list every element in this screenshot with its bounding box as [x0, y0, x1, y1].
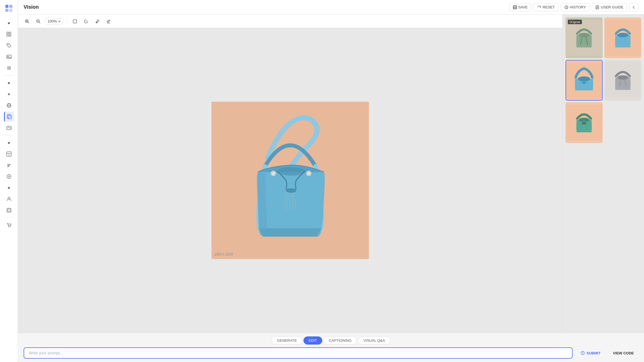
submit-button[interactable]: SUBMIT [576, 348, 605, 358]
sidebar-item-label[interactable] [4, 160, 14, 170]
sidebar-item-dot1[interactable]: ● [4, 18, 14, 28]
svg-rect-6 [7, 35, 8, 36]
history-button[interactable]: HISTORY [561, 3, 589, 11]
image-size-label: 1024 x 1024 [214, 252, 233, 256]
eraser-tool-button[interactable] [104, 17, 113, 26]
svg-rect-14 [7, 114, 10, 118]
svg-point-65 [578, 76, 590, 82]
svg-point-25 [8, 226, 9, 227]
save-button[interactable]: SAVE [509, 3, 532, 11]
svg-rect-2 [5, 9, 8, 12]
sidebar-item-dot2[interactable]: ● [4, 78, 14, 88]
content-area: 100% [18, 15, 644, 333]
collapse-panel-button[interactable] [629, 3, 638, 12]
sidebar-item-dot4[interactable]: ● [4, 183, 14, 193]
thumbnail-item-1[interactable]: Original [566, 17, 603, 58]
svg-line-48 [290, 191, 290, 211]
brush-tool-button[interactable] [93, 17, 102, 26]
main-wrapper: Vision SAVE RESET HISTORY USER GUIDE [18, 0, 644, 362]
reset-button[interactable]: RESET [533, 3, 558, 11]
svg-point-71 [617, 75, 628, 80]
tab-generate[interactable]: GENERATE [272, 336, 302, 345]
svg-line-40 [39, 22, 40, 23]
thumbnail-item-3[interactable] [566, 60, 603, 101]
sidebar-item-person[interactable] [4, 194, 14, 204]
sidebar-item-photo[interactable] [4, 52, 14, 62]
sidebar-item-tag[interactable] [4, 40, 14, 51]
sidebar-item-files[interactable] [4, 112, 14, 122]
tab-captioning[interactable]: CAPTIONING [323, 336, 357, 345]
sidebar-item-table[interactable] [4, 149, 14, 159]
svg-rect-23 [7, 208, 11, 212]
app-logo[interactable] [3, 3, 15, 14]
zoom-out-button[interactable] [34, 17, 43, 26]
svg-point-57 [578, 33, 589, 37]
thumbnail-item-5[interactable] [566, 102, 603, 143]
canvas-container[interactable]: 1024 x 1024 [18, 28, 562, 333]
svg-point-53 [272, 172, 275, 175]
bottom-bar: GENERATE EDIT CAPTIONING VISUAL Q&A SUBM… [18, 333, 644, 362]
user-guide-button[interactable]: USER GUIDE [592, 3, 627, 11]
svg-point-26 [10, 226, 10, 227]
tab-visual-qa[interactable]: VISUAL Q&A [358, 336, 390, 345]
sidebar-divider-1 [5, 75, 13, 76]
svg-point-51 [286, 188, 296, 193]
zoom-selector[interactable]: 100% [45, 18, 63, 24]
svg-rect-4 [7, 32, 8, 34]
svg-rect-42 [73, 20, 76, 23]
sidebar-item-globe[interactable] [4, 100, 14, 110]
view-code-button[interactable]: VIEW CODE [609, 349, 638, 358]
sidebar-item-grid[interactable] [4, 29, 14, 39]
sidebar-item-image[interactable] [4, 123, 14, 133]
sidebar-item-sparkle[interactable]: ✦ [4, 89, 14, 99]
svg-rect-24 [8, 209, 10, 211]
thumbnail-item-4[interactable] [604, 60, 641, 101]
sidebar-divider-2 [5, 135, 13, 135]
toolbar-divider [67, 18, 67, 25]
svg-point-21 [8, 176, 10, 177]
svg-point-20 [7, 175, 11, 178]
header: Vision SAVE RESET HISTORY USER GUIDE [18, 0, 644, 15]
svg-point-75 [578, 118, 589, 122]
thumbnail-item-2[interactable] [604, 17, 641, 58]
svg-point-61 [617, 33, 628, 37]
lasso-tool-button[interactable] [82, 17, 91, 26]
sidebar-divider-3 [5, 218, 13, 218]
svg-point-69 [582, 82, 586, 84]
svg-point-8 [8, 44, 8, 45]
thumbnail-label-1: Original [568, 20, 582, 24]
svg-rect-29 [514, 8, 516, 9]
canvas-toolbar: 100% [18, 15, 562, 28]
svg-rect-3 [9, 9, 12, 12]
sidebar-item-dot3[interactable]: ● [4, 138, 14, 148]
sidebar: ● ● ✦ ● ● [0, 0, 18, 362]
sidebar-item-cart[interactable] [4, 220, 14, 230]
zoom-in-button[interactable] [22, 17, 31, 26]
svg-rect-15 [8, 115, 12, 119]
svg-point-78 [582, 123, 586, 125]
svg-line-36 [28, 22, 29, 23]
svg-rect-0 [5, 5, 8, 8]
prompt-input[interactable] [24, 347, 573, 359]
canvas-area: 100% [18, 15, 562, 333]
sidebar-item-settings[interactable] [4, 171, 14, 182]
select-tool-button[interactable] [70, 17, 79, 26]
canvas-image: 1024 x 1024 [211, 102, 369, 259]
page-title: Vision [24, 4, 39, 10]
sidebar-item-map[interactable] [4, 63, 14, 73]
svg-point-55 [307, 172, 310, 175]
svg-rect-1 [9, 5, 12, 8]
svg-rect-7 [9, 35, 11, 36]
input-row: SUBMIT VIEW CODE [24, 347, 638, 359]
svg-rect-5 [9, 32, 11, 34]
sidebar-item-frame[interactable] [4, 205, 14, 215]
header-actions: SAVE RESET HISTORY USER GUIDE [509, 3, 638, 12]
thumbnails-panel: Original [562, 15, 644, 333]
tab-edit[interactable]: EDIT [303, 336, 323, 345]
tabs-row: GENERATE EDIT CAPTIONING VISUAL Q&A [24, 336, 638, 345]
